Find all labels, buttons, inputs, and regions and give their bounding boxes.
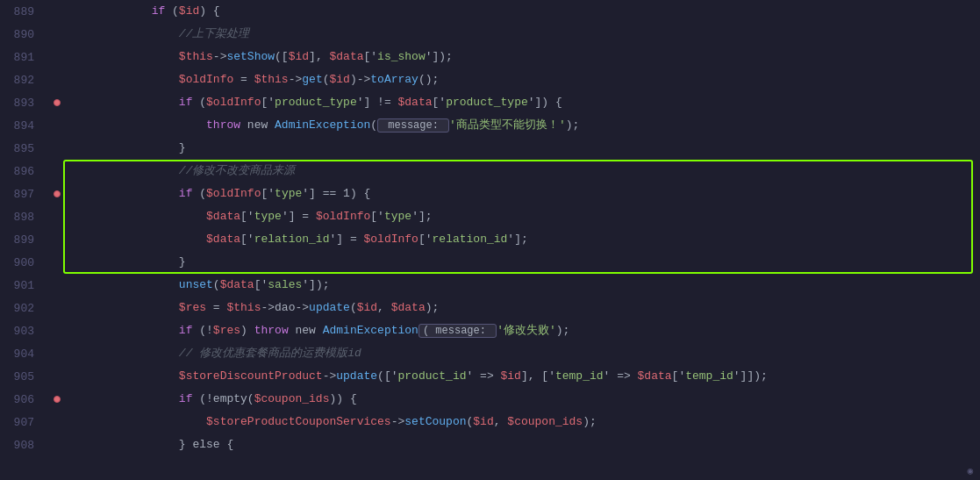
token: -> (213, 50, 227, 63)
token: if (152, 4, 166, 18)
code-editor: 889 if ($id) {890 //上下架处理891 $this->setS… (0, 0, 980, 480)
token: [' (433, 96, 447, 109)
token: $id (179, 4, 199, 18)
line-code-content: if ($oldInfo['type'] == 1) { (66, 183, 980, 205)
token: , (494, 415, 508, 428)
token: new (289, 324, 323, 337)
token: [' (261, 96, 275, 109)
token: if (179, 392, 193, 405)
token: '] == 1) { (302, 187, 370, 200)
token: [' (672, 369, 686, 383)
token: type (254, 210, 282, 223)
status-indicator: ◉ (967, 465, 973, 476)
token: $this (226, 301, 261, 314)
token: product_type (275, 96, 357, 109)
token: } (179, 141, 186, 154)
line-number: 908 (0, 439, 48, 452)
code-line: 889 if ($id) { (0, 0, 980, 23)
token: )-> (350, 73, 370, 86)
breakpoint-dot[interactable] (54, 396, 61, 403)
token: ']; (411, 210, 432, 223)
token: type (384, 210, 411, 223)
code-line: 900 } (0, 251, 980, 274)
token: ->dao-> (261, 301, 309, 314)
token: update (309, 301, 350, 314)
token: '] != (357, 96, 398, 109)
token: toArray (370, 73, 418, 86)
token: (! (192, 324, 212, 337)
token: [' (240, 210, 254, 223)
token: unset (179, 278, 213, 291)
line-number: 896 (0, 165, 48, 178)
line-number: 901 (0, 279, 48, 292)
token: ' => (604, 369, 638, 383)
token: [' (254, 278, 268, 291)
token: ' => (467, 369, 501, 383)
token: $res (179, 301, 206, 314)
token: relation_id (254, 233, 330, 246)
token: $data (329, 50, 363, 63)
code-line: 893 if ($oldInfo['product_type'] != $dat… (0, 91, 980, 114)
line-code-content: $oldInfo = $this->get($id)->toArray(); (66, 68, 980, 91)
line-code-content: if ($id) { (66, 0, 980, 23)
token: $storeDiscountProduct (179, 369, 323, 383)
line-code-content: //上下架处理 (66, 23, 980, 46)
line-number: 905 (0, 370, 48, 383)
line-number: 890 (0, 28, 48, 41)
line-code-content: } (66, 251, 980, 274)
token: update (336, 369, 377, 383)
token: [' (261, 187, 275, 200)
token: ], [' (521, 369, 555, 383)
line-number: 894 (0, 119, 48, 133)
line-number: 899 (0, 233, 48, 247)
line-code-content: $storeDiscountProduct->update(['product_… (66, 365, 980, 388)
token: $data (398, 96, 433, 109)
line-code-content: throw new AdminException( message: '商品类型… (66, 114, 980, 137)
token: $oldInfo (364, 233, 418, 246)
code-line: 898 $data['type'] = $oldInfo['type']; (0, 205, 980, 228)
code-line: 905 $storeDiscountProduct->update(['prod… (0, 365, 980, 388)
token: } (179, 255, 186, 269)
param-hint: message: (377, 118, 449, 133)
line-code-content: $storeProductCouponServices->setCoupon($… (66, 411, 980, 433)
code-line: 908 } else { (0, 433, 980, 456)
token: ']) { (528, 96, 562, 109)
line-number: 895 (0, 142, 48, 155)
token: $data (638, 369, 672, 383)
token: ], (309, 50, 329, 63)
code-lines: 889 if ($id) {890 //上下架处理891 $this->setS… (0, 0, 980, 480)
code-line: 896 //修改不改变商品来源 (0, 160, 980, 183)
line-code-content: if (!empty($coupon_ids)) { (66, 388, 980, 411)
token: ([ (275, 50, 289, 63)
token: $data (206, 233, 240, 246)
token: $res (213, 324, 240, 337)
code-line: 902 $res = $this->dao->update($id, $data… (0, 297, 980, 319)
code-line: 890 //上下架处理 (0, 23, 980, 46)
code-line: 903 if (!$res) throw new AdminException(… (0, 319, 980, 342)
token: '] = (282, 210, 316, 223)
line-code-content: $res = $this->dao->update($id, $data); (66, 297, 980, 319)
token: $id (289, 50, 309, 63)
token: if (179, 187, 193, 200)
breakpoint-dot[interactable] (54, 99, 61, 106)
line-gutter (48, 396, 66, 403)
token: (!empty( (192, 392, 254, 405)
token: //修改不改变商品来源 (179, 164, 296, 177)
token: relation_id (433, 233, 508, 246)
code-line: 892 $oldInfo = $this->get($id)->toArray(… (0, 68, 980, 91)
token: new (240, 118, 275, 132)
token: [' (364, 50, 378, 63)
token: -> (323, 369, 337, 383)
token: ( (323, 73, 330, 86)
token: ) (240, 324, 254, 337)
token: $oldInfo (206, 187, 261, 200)
line-code-content: unset($data['sales']); (66, 274, 980, 297)
code-line: 899 $data['relation_id'] = $oldInfo['rel… (0, 228, 980, 251)
token: $storeProductCouponServices (206, 415, 391, 428)
line-code-content: // 修改优惠套餐商品的运费模版id (66, 342, 980, 365)
line-number: 902 (0, 302, 48, 315)
line-number: 907 (0, 416, 48, 429)
code-line: 904 // 修改优惠套餐商品的运费模版id (0, 342, 980, 365)
token: = (206, 301, 226, 314)
breakpoint-dot[interactable] (54, 190, 61, 197)
